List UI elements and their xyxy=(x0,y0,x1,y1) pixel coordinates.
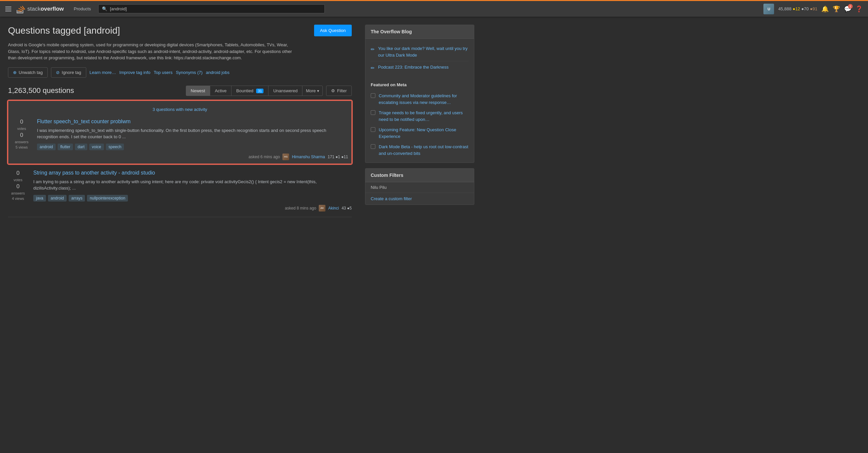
question-title[interactable]: String array pass to another activity - … xyxy=(33,170,352,176)
questions-count: 1,263,500 questions xyxy=(8,86,74,95)
avatar[interactable]: U xyxy=(764,4,774,14)
ask-question-button[interactable]: Ask Question xyxy=(314,25,352,36)
filter-button[interactable]: Filter xyxy=(326,86,352,96)
blog-item: ✏ You like our dark mode? Well, wait unt… xyxy=(371,42,469,61)
main-layout: Questions tagged [android] Ask Question … xyxy=(0,17,868,453)
meta-item: Upcoming Feature: New Question Close Exp… xyxy=(371,125,469,142)
tag-actions: ⊕ Unwatch tag ⊘ Ignore tag Learn more… I… xyxy=(8,67,352,78)
header: stackoverflow Products 🔍 U 45,888 ●12 ●7… xyxy=(0,0,868,17)
blog-link[interactable]: Podcast 223: Embrace the Darkness xyxy=(378,64,448,71)
ignore-tag-button[interactable]: ⊘ Ignore tag xyxy=(51,67,86,78)
tag-java[interactable]: java xyxy=(33,195,46,202)
tag-android[interactable]: android xyxy=(48,195,67,202)
tag-flutter[interactable]: flutter xyxy=(58,144,73,150)
answers-label: answers xyxy=(15,140,29,144)
unwatch-tag-button[interactable]: ⊕ Unwatch tag xyxy=(8,67,48,78)
tag-voice[interactable]: voice xyxy=(89,144,104,150)
search-bar: 🔍 xyxy=(98,4,325,13)
question-excerpt: I was implementing speech_to_text with s… xyxy=(37,127,348,140)
review-icon[interactable]: 💬 1 xyxy=(844,5,851,13)
filter-tab-active[interactable]: Active xyxy=(210,86,231,96)
vote-count: 0 xyxy=(20,119,23,125)
asked-time: asked 8 mins ago xyxy=(285,206,316,211)
meta-icon xyxy=(371,93,375,98)
logo-text: stackoverflow xyxy=(27,6,64,12)
question-title[interactable]: Flutter speech_to_text counter problwm xyxy=(37,119,348,125)
create-filter-link[interactable]: Create a custom filter xyxy=(365,193,474,205)
question-item: 0 votes 0 answers 4 views String array p… xyxy=(8,164,352,217)
tag-dart[interactable]: dart xyxy=(75,144,87,150)
tag-arrays[interactable]: arrays xyxy=(69,195,85,202)
tag-nullpointerexception[interactable]: nullpointerexception xyxy=(87,195,128,202)
help-icon[interactable]: ❓ xyxy=(855,5,863,13)
questions-header: 1,263,500 questions Newest Active Bounti… xyxy=(8,86,352,96)
inbox-icon[interactable]: 🔔 xyxy=(822,5,829,13)
views-count: 4 views xyxy=(12,197,24,201)
improve-tag-info-link[interactable]: Improve tag info xyxy=(119,70,150,75)
filter-tab-newest[interactable]: Newest xyxy=(186,86,210,96)
filter-tab-unanswered[interactable]: Unanswered xyxy=(268,86,303,96)
tag-speech[interactable]: speech xyxy=(106,144,124,150)
votes-label: votes xyxy=(17,127,26,130)
page-header: Questions tagged [android] Ask Question xyxy=(8,25,352,36)
bountied-badge: 31 xyxy=(256,89,264,93)
custom-filters-title: Custom Filters xyxy=(365,169,474,182)
tag-android[interactable]: android xyxy=(37,144,56,150)
answer-count: 0 xyxy=(20,132,23,139)
meta-icon xyxy=(371,144,375,149)
filter-more-button[interactable]: More xyxy=(302,86,323,96)
featured-on-meta: Featured on Meta Community and Moderator… xyxy=(365,78,474,162)
question-stats: 0 votes 0 answers 4 views xyxy=(8,170,28,212)
views-count: 5 views xyxy=(16,145,28,149)
synonyms-link[interactable]: Synonyms (7) xyxy=(176,70,203,75)
notif-badge: 1 xyxy=(848,4,853,9)
meta-link[interactable]: Community and Moderator guidelines for e… xyxy=(379,93,469,105)
meta-item: Dark Mode Beta - help us root out low-co… xyxy=(371,142,469,158)
new-activity-link[interactable]: 3 questions with new activity xyxy=(153,107,207,112)
meta-link[interactable]: Triage needs to be fixed urgently, and u… xyxy=(379,110,469,123)
question-tags: java android arrays nullpointerexception xyxy=(33,195,352,202)
meta-link[interactable]: Upcoming Feature: New Question Close Exp… xyxy=(379,127,469,140)
android-jobs-link[interactable]: android jobs xyxy=(206,70,229,75)
asker-avatar: AK xyxy=(319,205,326,212)
achievements-icon[interactable]: 🏆 xyxy=(833,5,840,13)
meta-icon xyxy=(371,127,375,132)
question-meta: asked 8 mins ago AK Akinci 43 ●5 xyxy=(33,205,352,212)
featured-meta-title: Featured on Meta xyxy=(371,82,469,87)
question-body: Flutter speech_to_text counter problwm I… xyxy=(37,119,348,160)
overflow-blog-title: The Overflow Blog xyxy=(365,25,474,39)
filter-bar: Newest Active Bountied 31 Unanswered Mor… xyxy=(186,86,323,96)
asker-rep: 171 ●1 ●11 xyxy=(328,155,348,159)
votes-label: votes xyxy=(14,178,22,182)
meta-link[interactable]: Dark Mode Beta - help us root out low-co… xyxy=(379,144,469,156)
asked-time: asked 6 mins ago xyxy=(248,155,280,159)
top-users-link[interactable]: Top users xyxy=(154,70,173,75)
asker-name: Akinci xyxy=(328,206,339,211)
custom-filter-item: Nilu Pilu xyxy=(365,182,474,193)
logo[interactable]: stackoverflow xyxy=(15,4,64,14)
filter-tab-bountied[interactable]: Bountied 31 xyxy=(231,86,269,96)
overflow-blog-body: ✏ You like our dark mode? Well, wait unt… xyxy=(365,39,474,78)
search-input[interactable] xyxy=(110,6,321,11)
asker-name: Himanshu Sharma xyxy=(292,155,325,159)
custom-filters-box: Custom Filters Nilu Pilu Create a custom… xyxy=(365,168,474,205)
question-excerpt: I am trying to pass a string array to an… xyxy=(33,179,352,191)
nav-products[interactable]: Products xyxy=(72,5,93,13)
blog-item: ✏ Podcast 223: Embrace the Darkness xyxy=(371,61,469,74)
search-icon: 🔍 xyxy=(102,6,107,11)
new-activity-banner[interactable]: 3 questions with new activity xyxy=(12,104,348,116)
content-area: Questions tagged [android] Ask Question … xyxy=(0,17,360,453)
question-body: String array pass to another activity - … xyxy=(33,170,352,212)
meta-item: Triage needs to be fixed urgently, and u… xyxy=(371,108,469,125)
hamburger-menu[interactable] xyxy=(5,7,11,11)
questions-list: 3 questions with new activity 0 votes 0 … xyxy=(8,100,352,217)
question-item: 0 votes 0 answers 5 views Flutter speech… xyxy=(12,116,348,160)
gear-icon xyxy=(331,88,335,93)
tag-description: Android is Google's mobile operating sys… xyxy=(8,42,294,61)
blog-link[interactable]: You like our dark mode? Well, wait until… xyxy=(378,45,469,58)
pencil-icon: ✏ xyxy=(371,46,375,53)
asker-rep: 43 ●5 xyxy=(341,206,352,211)
new-activity-container: 3 questions with new activity 0 votes 0 … xyxy=(8,100,352,164)
learn-more-link[interactable]: Learn more… xyxy=(90,70,116,75)
question-stats: 0 votes 0 answers 5 views xyxy=(12,119,32,160)
